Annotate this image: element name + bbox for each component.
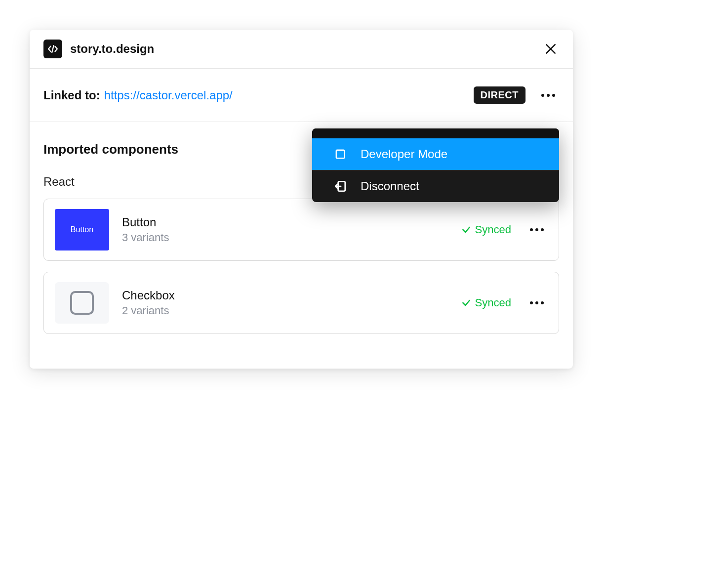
dot-icon <box>547 94 550 97</box>
component-row-button[interactable]: Button Button 3 variants Synced <box>43 199 559 261</box>
component-more-button[interactable] <box>526 226 548 233</box>
component-name: Button <box>122 215 461 229</box>
dot-icon <box>530 301 533 304</box>
sync-status: Synced <box>461 296 511 309</box>
component-variants: 3 variants <box>122 231 461 244</box>
plugin-panel: story.to.design Linked to: https://casto… <box>30 30 573 369</box>
dot-icon <box>541 228 544 231</box>
check-icon <box>461 298 471 308</box>
dropdown-item-label: Disconnect <box>361 179 419 193</box>
dropdown-item-label: Developer Mode <box>361 147 447 161</box>
more-options-button[interactable] <box>537 92 559 99</box>
svg-line-0 <box>52 45 54 52</box>
dot-icon <box>541 301 544 304</box>
disconnect-icon <box>334 180 347 193</box>
code-icon <box>47 45 58 53</box>
component-row-checkbox[interactable]: Checkbox 2 variants Synced <box>43 272 559 334</box>
dot-icon <box>552 94 555 97</box>
connection-badge: DIRECT <box>474 86 526 104</box>
options-dropdown: Developer Mode Disconnect <box>312 128 559 202</box>
panel-header: story.to.design <box>30 30 573 69</box>
svg-rect-3 <box>336 150 345 159</box>
sync-status: Synced <box>461 223 511 236</box>
component-more-button[interactable] <box>526 299 548 306</box>
square-icon <box>334 148 347 161</box>
component-variants: 2 variants <box>122 304 461 317</box>
dot-icon <box>535 228 538 231</box>
linked-section: Linked to: https://castor.vercel.app/ DI… <box>30 69 573 122</box>
component-thumbnail <box>55 282 109 324</box>
status-text: Synced <box>475 296 511 309</box>
component-info: Button 3 variants <box>122 215 461 244</box>
button-preview: Button <box>55 209 109 250</box>
check-icon <box>461 225 471 235</box>
close-button[interactable] <box>542 41 559 57</box>
app-logo <box>43 40 62 58</box>
component-thumbnail: Button <box>55 209 109 250</box>
linked-url[interactable]: https://castor.vercel.app/ <box>104 88 474 102</box>
app-title: story.to.design <box>70 42 542 56</box>
dropdown-item-disconnect[interactable]: Disconnect <box>312 170 559 202</box>
dropdown-header-strip <box>312 128 559 138</box>
linked-to-label: Linked to: <box>43 88 100 102</box>
checkbox-preview <box>70 291 94 315</box>
component-info: Checkbox 2 variants <box>122 289 461 317</box>
component-name: Checkbox <box>122 289 461 302</box>
dot-icon <box>530 228 533 231</box>
close-icon <box>544 42 557 55</box>
dot-icon <box>541 94 544 97</box>
dropdown-item-developer-mode[interactable]: Developer Mode <box>312 138 559 170</box>
dot-icon <box>535 301 538 304</box>
status-text: Synced <box>475 223 511 236</box>
